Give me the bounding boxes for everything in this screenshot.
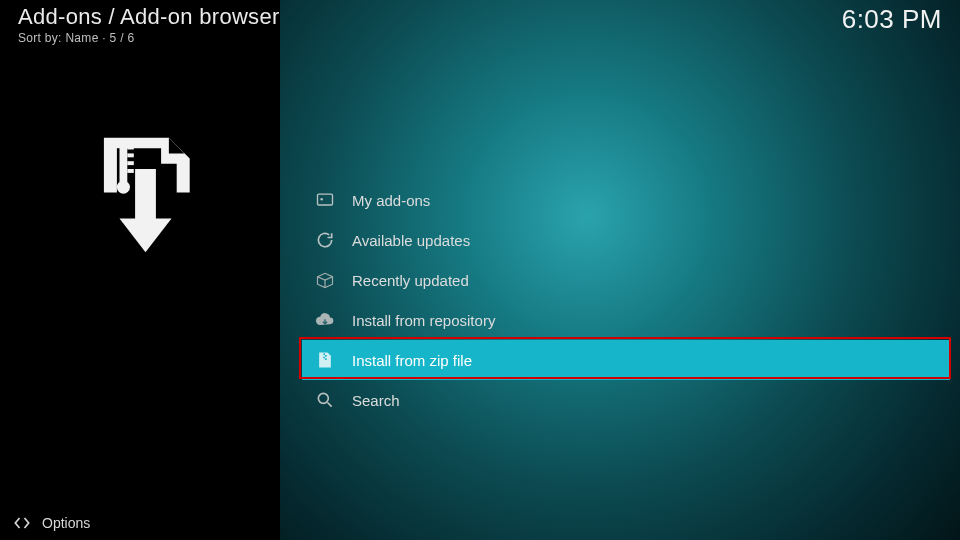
svg-rect-10: [325, 355, 327, 357]
svg-rect-6: [135, 169, 156, 221]
menu-item-my-addons[interactable]: My add-ons: [302, 180, 950, 220]
menu-item-recently-updated[interactable]: Recently updated: [302, 260, 950, 300]
menu-item-label: Recently updated: [352, 272, 469, 289]
box-icon: [314, 269, 336, 291]
left-sidebar: [0, 0, 280, 540]
svg-rect-7: [318, 194, 333, 205]
header: Add-ons / Add-on browser Sort by: Name ·…: [18, 4, 942, 45]
menu-list: My add-ons Available updates Recently up…: [302, 180, 950, 420]
menu-item-label: Available updates: [352, 232, 470, 249]
zip-download-illustration-icon: [78, 130, 213, 260]
options-label: Options: [42, 515, 90, 531]
menu-item-install-from-zip[interactable]: Install from zip file: [302, 340, 950, 380]
addon-icon: [314, 189, 336, 211]
header-left: Add-ons / Add-on browser Sort by: Name ·…: [18, 4, 280, 45]
cloud-download-icon: [314, 309, 336, 331]
svg-point-5: [117, 181, 130, 194]
svg-rect-2: [127, 153, 134, 157]
options-arrows-icon: [12, 513, 32, 533]
options-button[interactable]: Options: [0, 506, 280, 540]
breadcrumb: Add-ons / Add-on browser: [18, 4, 280, 30]
menu-item-label: Install from repository: [352, 312, 495, 329]
svg-point-13: [318, 393, 328, 403]
sort-sep: ·: [102, 31, 109, 45]
svg-point-8: [320, 198, 323, 201]
svg-rect-1: [127, 146, 134, 150]
menu-item-label: Install from zip file: [352, 352, 472, 369]
refresh-icon: [314, 229, 336, 251]
menu-item-search[interactable]: Search: [302, 380, 950, 420]
svg-rect-4: [127, 169, 134, 173]
zip-icon: [314, 349, 336, 371]
menu-item-label: Search: [352, 392, 400, 409]
svg-rect-9: [323, 353, 325, 355]
svg-rect-11: [323, 357, 325, 359]
sort-value: Name: [65, 31, 98, 45]
menu-item-available-updates[interactable]: Available updates: [302, 220, 950, 260]
svg-rect-3: [127, 161, 134, 165]
list-position: 5 / 6: [110, 31, 135, 45]
sort-line: Sort by: Name · 5 / 6: [18, 31, 280, 45]
menu-item-install-from-repository[interactable]: Install from repository: [302, 300, 950, 340]
svg-rect-12: [325, 358, 327, 360]
svg-rect-0: [120, 143, 128, 182]
menu-item-label: My add-ons: [352, 192, 430, 209]
clock: 6:03 PM: [842, 4, 942, 45]
search-icon: [314, 389, 336, 411]
sort-prefix: Sort by:: [18, 31, 62, 45]
